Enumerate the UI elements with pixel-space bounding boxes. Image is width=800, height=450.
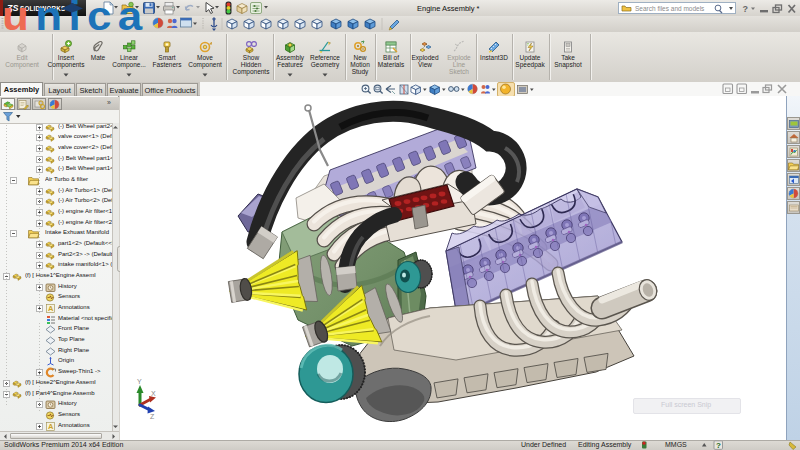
svg-text:Z: Z [150,413,155,420]
svg-text:?: ? [716,441,721,450]
svg-text:Y: Y [137,378,142,385]
svg-text:X: X [151,390,156,397]
svg-text:?: ? [743,4,749,14]
